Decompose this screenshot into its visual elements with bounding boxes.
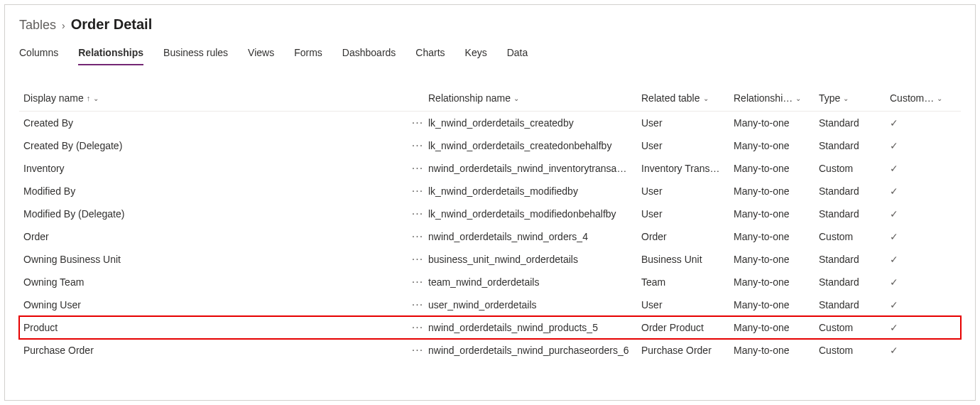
table-row[interactable]: Owning User···user_nwind_orderdetailsUse… bbox=[19, 293, 961, 316]
more-icon[interactable]: ··· bbox=[407, 165, 428, 172]
cell-type: Custom bbox=[819, 163, 890, 174]
more-icon[interactable]: ··· bbox=[407, 301, 428, 308]
cell-display-name: Purchase Order bbox=[23, 345, 407, 356]
check-icon: ✓ bbox=[890, 322, 947, 333]
check-icon: ✓ bbox=[890, 276, 947, 288]
cell-relationship-name: nwind_orderdetails_nwind_purchaseorders_… bbox=[428, 345, 641, 356]
cell-display-name: Modified By (Delegate) bbox=[23, 208, 407, 220]
chevron-down-icon: ⌄ bbox=[843, 94, 849, 102]
more-icon[interactable]: ··· bbox=[407, 210, 428, 217]
tab-charts[interactable]: Charts bbox=[415, 43, 445, 65]
more-icon[interactable]: ··· bbox=[407, 256, 428, 263]
more-icon[interactable]: ··· bbox=[407, 233, 428, 240]
tab-data[interactable]: Data bbox=[507, 43, 528, 65]
cell-related-table: Team bbox=[641, 276, 734, 288]
chevron-down-icon: ⌄ bbox=[513, 94, 519, 102]
more-icon[interactable]: ··· bbox=[407, 324, 428, 331]
cell-related-table: User bbox=[641, 299, 734, 310]
chevron-down-icon: ⌄ bbox=[937, 94, 942, 102]
table-header-row: Display name ↑ ⌄ Relationship name ⌄ Rel… bbox=[19, 85, 961, 112]
col-relationship-name[interactable]: Relationship name ⌄ bbox=[428, 92, 641, 104]
tab-relationships[interactable]: Relationships bbox=[78, 43, 143, 65]
col-label: Display name bbox=[23, 92, 84, 104]
tab-columns[interactable]: Columns bbox=[19, 43, 58, 65]
col-customizable[interactable]: Custom… ⌄ bbox=[890, 92, 947, 104]
cell-relationship-type: Many-to-one bbox=[734, 231, 819, 242]
check-icon: ✓ bbox=[890, 163, 947, 174]
col-label: Custom… bbox=[890, 92, 934, 104]
table-row[interactable]: Inventory···nwind_orderdetails_nwind_inv… bbox=[19, 157, 961, 180]
table-row[interactable]: Owning Team···team_nwind_orderdetailsTea… bbox=[19, 271, 961, 293]
table-row[interactable]: Modified By···lk_nwind_orderdetails_modi… bbox=[19, 180, 961, 202]
table-row[interactable]: Purchase Order···nwind_orderdetails_nwin… bbox=[19, 339, 961, 362]
cell-related-table: User bbox=[641, 208, 734, 220]
cell-relationship-name: team_nwind_orderdetails bbox=[428, 276, 641, 288]
cell-display-name: Owning Team bbox=[23, 276, 407, 288]
cell-related-table: Business Unit bbox=[641, 254, 734, 265]
sort-asc-icon: ↑ bbox=[87, 94, 91, 102]
col-related-table[interactable]: Related table ⌄ bbox=[641, 92, 734, 104]
more-icon[interactable]: ··· bbox=[407, 119, 428, 126]
col-display-name[interactable]: Display name ↑ ⌄ bbox=[23, 92, 407, 104]
cell-relationship-type: Many-to-one bbox=[734, 345, 819, 356]
cell-relationship-type: Many-to-one bbox=[734, 185, 819, 197]
table-row[interactable]: Product···nwind_orderdetails_nwind_produ… bbox=[19, 316, 961, 339]
check-icon: ✓ bbox=[890, 299, 947, 310]
breadcrumb-current: Order Detail bbox=[71, 16, 152, 33]
col-relationship-type[interactable]: Relationshi… ⌄ bbox=[734, 92, 819, 104]
cell-display-name: Order bbox=[23, 231, 407, 242]
cell-relationship-name: lk_nwind_orderdetails_modifiedonbehalfby bbox=[428, 208, 641, 220]
cell-related-table: Order bbox=[641, 231, 734, 242]
cell-display-name: Modified By bbox=[23, 185, 407, 197]
table-row[interactable]: Created By (Delegate)···lk_nwind_orderde… bbox=[19, 134, 961, 157]
check-icon: ✓ bbox=[890, 208, 947, 220]
cell-type: Custom bbox=[819, 345, 890, 356]
cell-related-table: Order Product bbox=[641, 322, 734, 333]
breadcrumb: Tables › Order Detail bbox=[19, 16, 961, 33]
more-icon[interactable]: ··· bbox=[407, 347, 428, 354]
cell-type: Custom bbox=[819, 322, 890, 333]
relationships-table: Display name ↑ ⌄ Relationship name ⌄ Rel… bbox=[19, 85, 961, 362]
cell-related-table: Purchase Order bbox=[641, 345, 734, 356]
col-label: Related table bbox=[641, 92, 700, 104]
table-row[interactable]: Created By···lk_nwind_orderdetails_creat… bbox=[19, 112, 961, 134]
cell-type: Standard bbox=[819, 140, 890, 151]
table-panel: Tables › Order Detail ColumnsRelationshi… bbox=[4, 4, 976, 401]
chevron-down-icon: ⌄ bbox=[93, 94, 99, 102]
check-icon: ✓ bbox=[890, 140, 947, 151]
tab-views[interactable]: Views bbox=[248, 43, 274, 65]
check-icon: ✓ bbox=[890, 254, 947, 265]
check-icon: ✓ bbox=[890, 231, 947, 242]
cell-relationship-type: Many-to-one bbox=[734, 254, 819, 265]
cell-display-name: Inventory bbox=[23, 163, 407, 174]
breadcrumb-parent[interactable]: Tables bbox=[19, 18, 56, 33]
col-label: Type bbox=[819, 92, 840, 104]
chevron-right-icon: › bbox=[62, 20, 65, 31]
col-type[interactable]: Type ⌄ bbox=[819, 92, 890, 104]
table-row[interactable]: Modified By (Delegate)···lk_nwind_orderd… bbox=[19, 202, 961, 225]
tab-forms[interactable]: Forms bbox=[294, 43, 322, 65]
cell-type: Standard bbox=[819, 208, 890, 220]
cell-display-name: Owning Business Unit bbox=[23, 254, 407, 265]
chevron-down-icon: ⌄ bbox=[703, 94, 709, 102]
table-row[interactable]: Order···nwind_orderdetails_nwind_orders_… bbox=[19, 225, 961, 248]
cell-relationship-type: Many-to-one bbox=[734, 299, 819, 310]
cell-related-table: User bbox=[641, 140, 734, 151]
cell-type: Standard bbox=[819, 117, 890, 129]
more-icon[interactable]: ··· bbox=[407, 188, 428, 195]
tab-business-rules[interactable]: Business rules bbox=[163, 43, 228, 65]
table-body: Created By···lk_nwind_orderdetails_creat… bbox=[19, 112, 961, 362]
col-label: Relationship name bbox=[428, 92, 511, 104]
cell-relationship-type: Many-to-one bbox=[734, 208, 819, 220]
more-icon[interactable]: ··· bbox=[407, 279, 428, 286]
check-icon: ✓ bbox=[890, 345, 947, 356]
cell-related-table: User bbox=[641, 185, 734, 197]
table-row[interactable]: Owning Business Unit···business_unit_nwi… bbox=[19, 248, 961, 271]
cell-type: Custom bbox=[819, 231, 890, 242]
tab-dashboards[interactable]: Dashboards bbox=[342, 43, 396, 65]
cell-relationship-type: Many-to-one bbox=[734, 117, 819, 129]
cell-type: Standard bbox=[819, 185, 890, 197]
cell-relationship-type: Many-to-one bbox=[734, 276, 819, 288]
tab-keys[interactable]: Keys bbox=[465, 43, 487, 65]
more-icon[interactable]: ··· bbox=[407, 142, 428, 149]
